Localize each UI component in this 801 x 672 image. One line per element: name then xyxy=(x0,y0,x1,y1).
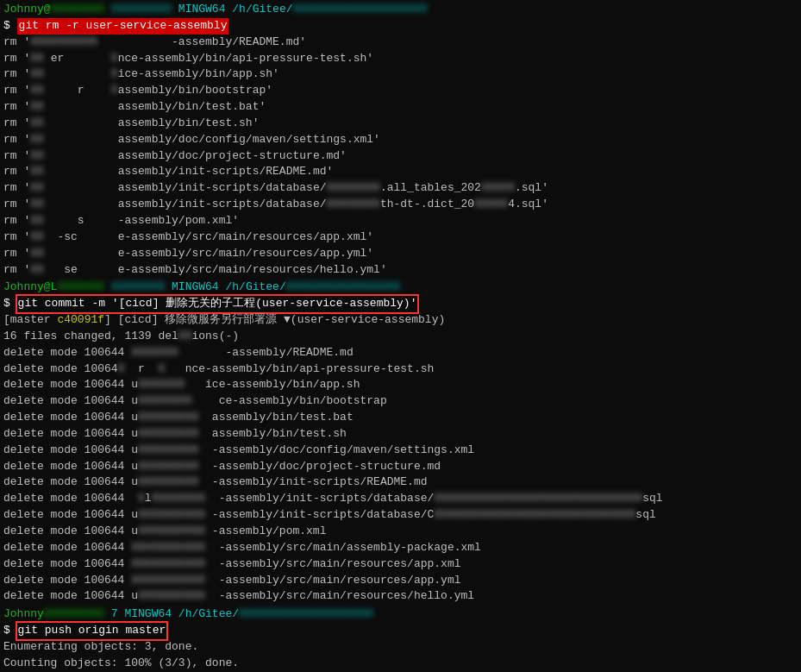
commit-result-2: 16 files changed, 1139 delXXions(-) xyxy=(3,329,798,345)
rm-output-line-7: rm 'XX assembly/doc/config/maven/setting… xyxy=(3,132,798,148)
rm-output-line-11: rm 'XX assembly/init-scripts/database/XX… xyxy=(3,197,798,213)
commit-delete-12: delete mode 100644 uXXXXXXXXXX -assembly… xyxy=(3,524,798,540)
prompt-line-3: JohnnyXXXXXXXXX 7 MINGW64 /h/Gitee/XXXXX… xyxy=(3,606,798,623)
commit-delete-15: delete mode 100644 XXXXXXXXXXX -assembly… xyxy=(3,573,798,589)
commit-delete-8: delete mode 100644 uXXXXXXXXX -assembly/… xyxy=(3,459,798,475)
command-line-1: $ git rm -r user-service-assembly xyxy=(3,18,798,35)
commit-delete-6: delete mode 100644 uXXXXXXXXX assembly/b… xyxy=(3,426,798,443)
commit-delete-5: delete mode 100644 uXXXXXXXXX assembly/b… xyxy=(3,410,798,426)
path-label-1: XXXXXXXXX MINGW64 /h/Gitee/XXXXXXXXXXXXX… xyxy=(104,2,428,18)
dollar-2: $ xyxy=(3,296,17,312)
branch-label-3: ce (master) xyxy=(373,606,801,623)
commit-delete-16: delete mode 100644 uXXXXXXXXXX -assembly… xyxy=(3,588,798,605)
user-label-1: Johnny@XXXXXXXX xyxy=(3,2,104,18)
path-label-3: 7 MINGW64 /h/Gitee/XXXXXXXXXXXXXXXXXXXX xyxy=(104,606,373,623)
rm-output-line-10: rm 'XX assembly/init-scripts/database/XX… xyxy=(3,180,798,197)
dollar-1: $ xyxy=(3,18,17,35)
commit-delete-2: delete mode 10064X r X nce-assembly/bin/… xyxy=(3,361,798,378)
terminal-window: Johnny@XXXXXXXX XXXXXXXXX MINGW64 /h/Git… xyxy=(0,0,801,672)
commit-delete-7: delete mode 100644 uXXXXXXXXX -assembly/… xyxy=(3,443,798,459)
commit-delete-1: delete mode 100644 XXXXXXX -assembly/REA… xyxy=(3,345,798,361)
push-output-2: Counting objects: 100% (3/3), done. xyxy=(3,656,798,672)
prompt-line-2: Johnny@LXXXXXXX XXXXXXXX MINGW64 /h/Gite… xyxy=(3,279,798,296)
rm-output-line-9: rm 'XX assembly/init-scripts/README.md' xyxy=(3,164,798,180)
push-output-1: Enumerating objects: 3, done. xyxy=(3,639,798,656)
rm-output-line-2: rm 'XX er Xnce-assembly/bin/api-pressure… xyxy=(3,51,798,67)
prompt-line-1: Johnny@XXXXXXXX XXXXXXXXX MINGW64 /h/Git… xyxy=(3,2,798,18)
rm-output-line-15: rm 'XX se e-assembly/src/main/resources/… xyxy=(3,262,798,279)
rm-output-line-14: rm 'XX e-assembly/src/main/resources/app… xyxy=(3,246,798,262)
rm-output-line-8: rm 'XX assembly/doc/project-structure.md… xyxy=(3,148,798,165)
user-label-3: JohnnyXXXXXXXXX xyxy=(3,606,104,623)
commit-delete-9: delete mode 100644 uXXXXXXXXX -assembly/… xyxy=(3,474,798,491)
branch-label-1: -service (master) xyxy=(428,2,801,18)
commit-delete-11: delete mode 100644 uXXXXXXXXXX -assembly… xyxy=(3,507,798,524)
command-line-2: $ git commit -m '[cicd] 删除无关的子工程(user-se… xyxy=(3,296,798,312)
git-rm-cmd: git rm -r user-service-assembly xyxy=(17,18,229,35)
branch-label-2: -service (master) xyxy=(400,279,801,296)
rm-output-line-6: rm 'XX assembly/bin/test.sh' xyxy=(3,116,798,132)
dollar-3: $ xyxy=(3,623,17,639)
rm-output-line-1: rm 'XXXXXXXXXX -assembly/README.md' xyxy=(3,35,798,51)
command-line-3: $ git push origin master xyxy=(3,623,798,639)
commit-delete-13: delete mode 100644 XXXXXXXXXXX -assembly… xyxy=(3,540,798,556)
rm-output-line-13: rm 'XX -sc e-assembly/src/main/resources… xyxy=(3,229,798,246)
git-commit-cmd: git commit -m '[cicd] 删除无关的子工程(user-serv… xyxy=(17,296,418,312)
git-push-cmd: git push origin master xyxy=(17,623,167,639)
path-label-2: XXXXXXXX MINGW64 /h/Gitee/XXXXXXXXXXXXXX… xyxy=(104,279,400,296)
user-label-2: Johnny@LXXXXXXX xyxy=(3,279,104,296)
commit-delete-14: delete mode 100644 XXXXXXXXXXX -assembly… xyxy=(3,556,798,573)
commit-delete-3: delete mode 100644 uXXXXXXX ice-assembly… xyxy=(3,377,798,393)
rm-output-line-5: rm 'XX assembly/bin/test.bat' xyxy=(3,99,798,116)
commit-result-1: [master c40091f] [cicd] 移除微服务另行部署源 ▼(use… xyxy=(3,312,798,329)
commit-delete-4: delete mode 100644 uXXXXXXXX ce-assembly… xyxy=(3,393,798,410)
rm-output-line-12: rm 'XX s -assembly/pom.xml' xyxy=(3,213,798,229)
commit-delete-10: delete mode 100644 XlXXXXXXXX -assembly/… xyxy=(3,491,798,507)
rm-output-line-3: rm 'XX Xice-assembly/bin/app.sh' xyxy=(3,66,798,83)
rm-output-line-4: rm 'XX r Xassembly/bin/bootstrap' xyxy=(3,83,798,99)
